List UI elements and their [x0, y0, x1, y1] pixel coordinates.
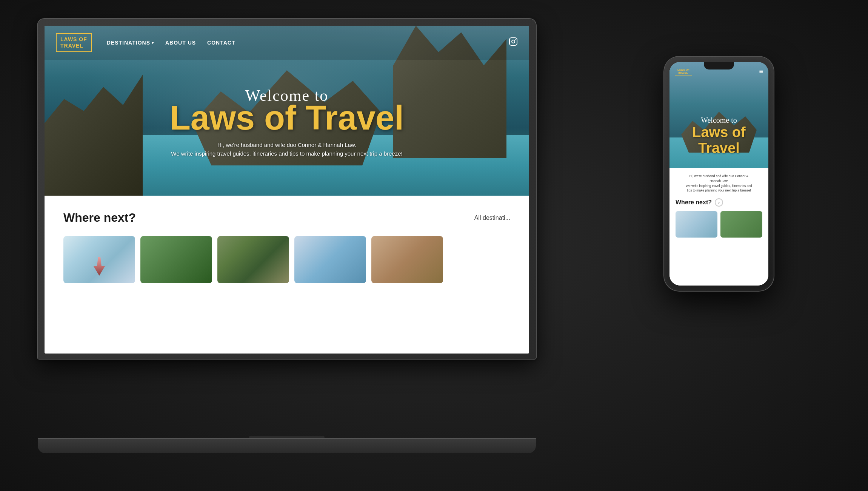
phone-logo[interactable]: LAWS OF TRAVEL — [675, 67, 692, 76]
hero-subtitle-line2: We write inspiring travel guides, itiner… — [45, 150, 529, 158]
scene: LAWS OF TRAVEL DESTINATIONS ▾ ABOUT US — [0, 0, 868, 491]
website-desktop: LAWS OF TRAVEL DESTINATIONS ▾ ABOUT US — [45, 26, 529, 354]
phone-subtitle-line1: Hi, we're husband and wife duo Connor & — [676, 174, 762, 179]
phone-subtitle-line4: tips to make planning your next trip a b… — [676, 188, 762, 193]
nav-destinations[interactable]: DESTINATIONS ▾ — [107, 40, 154, 46]
svg-point-2 — [515, 39, 516, 40]
phone-outer: LAWS OF TRAVEL ≡ Welcome to Laws of Trav… — [664, 57, 774, 291]
phone-notch — [704, 62, 734, 69]
laptop-screen: LAWS OF TRAVEL DESTINATIONS ▾ ABOUT US — [45, 26, 529, 354]
nav-about-us[interactable]: ABOUT US — [165, 40, 196, 46]
phone-destination-grid — [676, 211, 762, 238]
phone-title-line2: Travel — [698, 140, 740, 156]
below-hero-section: Where next? All destinati... — [45, 196, 529, 354]
phone-subtitle-line2: Hannah Law. — [676, 179, 762, 184]
phone-arrow-button[interactable]: › — [715, 198, 723, 207]
svg-rect-0 — [509, 38, 517, 45]
phone-device: LAWS OF TRAVEL ≡ Welcome to Laws of Trav… — [664, 57, 774, 291]
hero-section: LAWS OF TRAVEL DESTINATIONS ▾ ABOUT US — [45, 26, 529, 196]
destination-card-jordan[interactable] — [371, 236, 443, 283]
nav-contact[interactable]: CONTACT — [207, 40, 235, 46]
phone-hero-content: Welcome to Laws of Travel — [669, 116, 768, 156]
logo[interactable]: LAWS OF TRAVEL — [56, 33, 92, 52]
desktop-navbar: LAWS OF TRAVEL DESTINATIONS ▾ ABOUT US — [45, 26, 529, 60]
destination-grid — [63, 236, 510, 283]
destination-card-japan[interactable] — [63, 236, 135, 283]
hamburger-menu-icon[interactable]: ≡ — [759, 68, 763, 76]
phone-subtitle-line3: We write inspiring travel guides, itiner… — [676, 184, 762, 188]
phone-dest-card-2[interactable] — [720, 211, 762, 238]
section-title: Where next? — [63, 211, 136, 225]
instagram-icon[interactable] — [509, 37, 518, 48]
phone-title-line1: Laws of — [692, 124, 745, 140]
destination-card-asia[interactable] — [140, 236, 212, 283]
svg-point-1 — [512, 40, 515, 43]
phone-hero-section: LAWS OF TRAVEL ≡ Welcome to Laws of Trav… — [669, 62, 768, 168]
hero-content: Welcome to Laws of Travel Hi, we're husb… — [45, 86, 529, 158]
chevron-down-icon: ▾ — [152, 41, 154, 45]
all-destinations-link[interactable]: All destinati... — [474, 215, 510, 221]
phone-section-title: Where next? — [676, 199, 712, 206]
logo-text-2: TRAVEL — [60, 43, 87, 49]
phone-screen: LAWS OF TRAVEL ≡ Welcome to Laws of Trav… — [669, 62, 768, 286]
phone-dest-card-1[interactable] — [676, 211, 717, 238]
phone-section-header: Where next? › — [676, 198, 762, 207]
nav-links: DESTINATIONS ▾ ABOUT US CONTACT — [107, 40, 509, 46]
phone-logo-text2: TRAVEL — [677, 71, 689, 74]
phone-welcome-text: Welcome to — [675, 116, 763, 125]
phone-logo-text1: LAWS OF — [677, 68, 689, 71]
section-header: Where next? All destinati... — [63, 211, 510, 225]
destination-card-mountains[interactable] — [294, 236, 366, 283]
laptop-device: LAWS OF TRAVEL DESTINATIONS ▾ ABOUT US — [38, 19, 536, 453]
hero-subtitle-line1: Hi, we're husband and wife duo Connor & … — [45, 141, 529, 150]
laptop-body — [38, 438, 536, 453]
phone-subtitle: Hi, we're husband and wife duo Connor & … — [676, 174, 762, 193]
hero-title: Laws of Travel — [45, 101, 529, 135]
logo-text: LAWS OF — [60, 36, 87, 43]
destination-card-korea[interactable] — [217, 236, 289, 283]
phone-hero-title: Laws of Travel — [675, 125, 763, 156]
phone-below-hero: Hi, we're husband and wife duo Connor & … — [669, 168, 768, 286]
laptop-screen-outer: LAWS OF TRAVEL DESTINATIONS ▾ ABOUT US — [38, 19, 536, 359]
phone-website: LAWS OF TRAVEL ≡ Welcome to Laws of Trav… — [669, 62, 768, 286]
